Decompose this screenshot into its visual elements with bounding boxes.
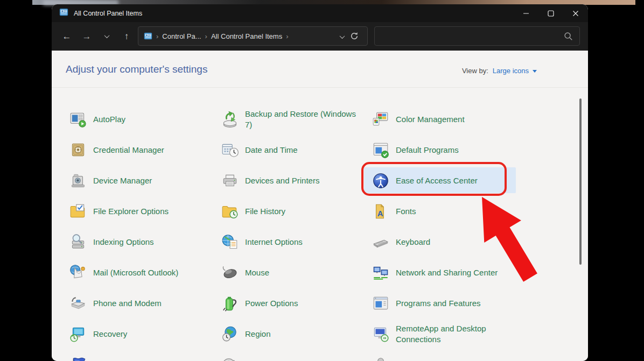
item-label: Indexing Options	[93, 237, 154, 247]
item-speech-recognition[interactable]: Speech Recognition	[372, 349, 577, 361]
item-security-maintenance[interactable]: Security and Maintenance	[69, 349, 221, 361]
chevron-down-icon	[104, 33, 109, 38]
region-icon	[221, 325, 239, 343]
device-manager-icon	[69, 172, 87, 190]
item-remoteapp[interactable]: RemoteApp and Desktop Connections	[372, 318, 577, 349]
network-sharing-icon	[372, 264, 390, 282]
breadcrumb-segment-current[interactable]: All Control Panel Items	[211, 32, 282, 40]
arrow-up-icon: ↑	[124, 31, 129, 42]
item-region[interactable]: Region	[221, 318, 372, 349]
item-autoplay[interactable]: AutoPlay	[69, 104, 221, 135]
svg-text:A: A	[377, 209, 383, 218]
minimize-button[interactable]	[514, 4, 538, 22]
item-backup-restore[interactable]: Backup and Restore (Windows 7)	[221, 104, 372, 135]
devices-printers-icon	[221, 172, 239, 190]
chevron-down-icon	[340, 33, 345, 39]
item-label: RemoteApp and Desktop Connections	[396, 323, 510, 344]
chevron-right-icon: ›	[205, 32, 207, 40]
item-label: Mail (Microsoft Outlook)	[93, 267, 178, 278]
control-panel-icon	[59, 8, 68, 19]
item-color-management[interactable]: Color Management	[372, 104, 577, 135]
up-button[interactable]: ↑	[119, 29, 134, 45]
forward-button[interactable]: →	[79, 29, 94, 45]
keyboard-icon	[372, 233, 390, 251]
item-power-options[interactable]: Power Options	[221, 288, 372, 318]
search-box	[374, 26, 580, 46]
item-credential-manager[interactable]: Credential Manager	[69, 135, 221, 165]
date-time-icon	[221, 141, 239, 159]
window-titlebar: All Control Panel Items	[52, 4, 588, 22]
item-label: Color Management	[396, 114, 465, 124]
speech-recognition-icon	[372, 356, 390, 361]
remoteapp-icon	[372, 325, 390, 343]
item-date-time[interactable]: Date and Time	[221, 135, 372, 165]
search-input[interactable]	[381, 32, 564, 41]
refresh-icon	[350, 32, 359, 40]
phone-modem-icon	[69, 294, 87, 313]
view-by-control: View by: Large icons	[462, 67, 537, 75]
maximize-button[interactable]	[538, 4, 563, 22]
item-label: Keyboard	[396, 237, 430, 247]
item-mail[interactable]: Mail (Microsoft Outlook)	[69, 257, 221, 288]
item-label: Phone and Modem	[93, 298, 162, 308]
recent-locations-button[interactable]	[99, 29, 114, 45]
sound-icon	[221, 356, 239, 361]
chevron-right-icon: ›	[286, 32, 288, 40]
item-phone-modem[interactable]: Phone and Modem	[69, 288, 221, 318]
red-arrow-annotation	[452, 192, 549, 291]
backup-restore-icon	[221, 110, 239, 129]
fonts-icon: A	[372, 202, 390, 221]
control-panel-window: All Control Panel Items ← → ↑	[52, 4, 588, 361]
file-history-icon	[221, 202, 239, 221]
back-button[interactable]: ←	[59, 29, 74, 45]
color-management-icon	[372, 110, 390, 129]
item-label: Backup and Restore (Windows 7)	[245, 109, 359, 129]
item-internet-options[interactable]: Internet Options	[221, 226, 372, 257]
file-explorer-options-icon	[69, 202, 87, 221]
chevron-right-icon: ›	[156, 32, 158, 40]
page-title: Adjust your computer's settings	[66, 63, 207, 75]
item-devices-printers[interactable]: Devices and Printers	[221, 165, 372, 196]
security-maintenance-icon	[69, 356, 87, 361]
item-recovery[interactable]: Recovery	[69, 318, 221, 349]
mouse-icon	[221, 264, 239, 282]
address-dropdown-button[interactable]	[340, 32, 344, 40]
item-indexing-options[interactable]: Indexing Options	[69, 226, 221, 257]
item-device-manager[interactable]: Device Manager	[69, 165, 221, 196]
item-programs-features[interactable]: Programs and Features	[372, 288, 577, 318]
maximize-icon	[548, 10, 554, 17]
view-by-label: View by:	[462, 67, 488, 75]
content-header: Adjust your computer's settings View by:…	[52, 51, 588, 88]
minimize-icon	[523, 10, 529, 17]
item-sound[interactable]: Sound	[221, 349, 372, 361]
item-label: Power Options	[245, 298, 298, 308]
navigation-bar: ← → ↑ › Control Pa... › All Control Pane…	[52, 22, 588, 51]
item-file-history[interactable]: File History	[221, 196, 372, 226]
close-icon	[572, 10, 579, 17]
credential-manager-icon	[69, 141, 87, 159]
nav-buttons: ← → ↑	[59, 22, 134, 51]
item-label: Device Manager	[93, 175, 152, 186]
screenshot-stage: All Control Panel Items ← → ↑	[0, 0, 644, 361]
indexing-options-icon	[69, 233, 87, 251]
address-bar[interactable]: › Control Pa... › All Control Panel Item…	[138, 26, 368, 46]
item-label: Mouse	[245, 267, 269, 278]
item-mouse[interactable]: Mouse	[221, 257, 372, 288]
internet-options-icon	[221, 233, 239, 251]
item-label: Date and Time	[245, 145, 298, 155]
item-file-explorer-options[interactable]: File Explorer Options	[69, 196, 221, 226]
breadcrumb-segment-parent[interactable]: Control Pa...	[162, 32, 201, 40]
window-controls	[514, 4, 588, 22]
caret-down-icon	[533, 70, 537, 73]
recovery-icon	[69, 325, 87, 343]
refresh-button[interactable]	[348, 30, 361, 43]
mail-icon	[69, 264, 87, 282]
power-options-icon	[221, 294, 239, 313]
arrow-right-icon: →	[82, 31, 92, 42]
scrollbar-thumb[interactable]	[579, 98, 582, 265]
item-label: Recovery	[93, 329, 127, 339]
view-by-value: Large icons	[493, 67, 529, 75]
close-button[interactable]	[563, 4, 588, 22]
item-default-programs[interactable]: Default Programs	[372, 135, 577, 165]
view-by-dropdown[interactable]: Large icons	[493, 67, 537, 75]
